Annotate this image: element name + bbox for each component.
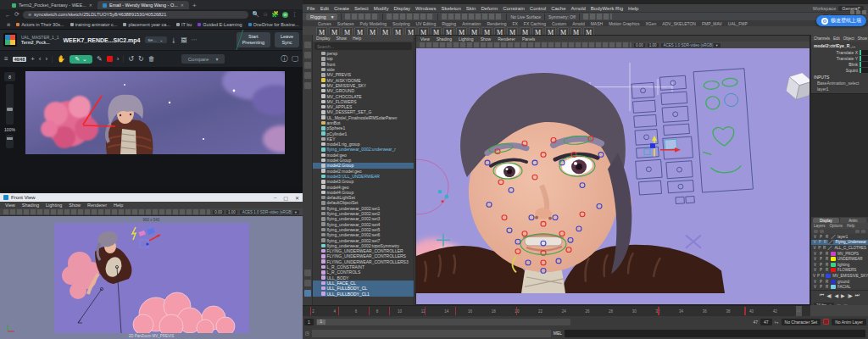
shelf-tab[interactable]: Sculpting <box>392 21 410 26</box>
playback-toggle[interactable]: P <box>819 280 823 284</box>
layer-color-chip[interactable] <box>826 274 831 278</box>
input-node[interactable]: layer1 <box>811 86 868 92</box>
shelf-tab[interactable]: MASH <box>591 21 603 26</box>
toolbar-icons[interactable] <box>3 209 210 214</box>
menu-item[interactable]: Show <box>858 36 867 41</box>
minimize-icon[interactable]: – <box>274 195 276 201</box>
bookmark-item[interactable]: training animator c... <box>70 22 118 27</box>
outliner-item[interactable]: FLYING_UNDERWEAR_CONTROLLERS3 <box>313 259 414 264</box>
bookmark-item[interactable]: placement year ca... <box>123 22 170 27</box>
selected-object-name[interactable]: model2:ctrlEye_R_... <box>811 42 868 49</box>
mel-toggle[interactable]: MEL <box>554 331 562 336</box>
perspective-viewport[interactable]: ViewShadingLightingShowRendererPanels 0.… <box>415 35 810 305</box>
colorspace-dropdown[interactable]: ACES 1.0 SDR-video (sRGB)▾ <box>661 43 721 47</box>
shelf-tab[interactable]: Animation <box>462 21 481 26</box>
reference-toggle[interactable]: R <box>825 268 829 272</box>
layer-color-chip[interactable] <box>831 252 836 256</box>
exposure-value[interactable]: 0.00 <box>634 43 645 47</box>
menu-item[interactable]: Deform <box>481 6 498 11</box>
layer-color-chip[interactable] <box>831 235 836 239</box>
bookmark-item[interactable]: IT bu <box>176 22 192 27</box>
channel-attribute-row[interactable]: Squint <box>811 67 868 73</box>
shelf-tab[interactable]: Rigging <box>442 21 456 26</box>
time-slider[interactable]: 2468101214161820222426283032343638404244 <box>303 305 810 316</box>
shelf-tab[interactable]: Rendering <box>487 21 506 26</box>
leave-sync-button[interactable]: Leave Sync <box>275 32 299 47</box>
file-buttons[interactable] <box>345 14 379 19</box>
range-handle[interactable]: 1 <box>317 320 326 325</box>
next-frame-icon[interactable]: › <box>46 55 48 63</box>
layer-row[interactable]: V P R FACIAL <box>811 284 868 290</box>
script-editor-icon[interactable]: ◳ <box>305 331 309 336</box>
menu-item[interactable]: Renderer <box>87 203 107 208</box>
tool-settings-icon[interactable] <box>856 10 860 14</box>
review-canvas[interactable]: 8 100% <box>0 67 303 192</box>
color-swatch-red[interactable] <box>107 56 113 62</box>
playback-toggle[interactable]: P <box>819 235 823 239</box>
play-icon[interactable]: ▶ <box>841 292 845 298</box>
layer-row[interactable]: V P R MV_EMISSIVE_SKY <box>811 273 868 279</box>
colorspace-dropdown[interactable]: ACES 1.0 SDR-video (sRGB)▾ <box>240 210 299 214</box>
layer-row[interactable]: V P R FLOWERS <box>811 268 868 274</box>
viewport-icons[interactable] <box>420 42 632 47</box>
menu-item[interactable]: Create <box>334 6 349 11</box>
menu-item[interactable]: Show <box>481 36 492 42</box>
bookmark-item[interactable]: OneDrive for Busine... <box>248 22 299 27</box>
channel-box-icon[interactable] <box>862 10 866 14</box>
channel-attribute-row[interactable]: Translate Y <box>811 55 868 61</box>
tab-close-icon[interactable]: ✕ <box>89 3 92 8</box>
attribute-editor-icon[interactable] <box>850 10 854 14</box>
brush-size-value[interactable]: 8 <box>4 72 15 81</box>
layer-color-chip[interactable] <box>827 246 832 250</box>
version-dropdown[interactable]: se...⌄ <box>145 36 167 43</box>
input-node[interactable]: BaseAnimation_select <box>811 80 868 86</box>
pan-hand-icon[interactable]: ✋ <box>57 55 65 63</box>
pencil-icon[interactable]: ✎ <box>97 55 103 63</box>
menu-item[interactable]: File <box>307 6 315 11</box>
new-layer-icon[interactable] <box>814 230 818 233</box>
shelf-tab[interactable]: Motion Graphics <box>609 21 639 26</box>
menu-item[interactable]: Windows <box>415 6 436 11</box>
layer-color-chip[interactable] <box>831 263 836 267</box>
menu-item[interactable]: Edit <box>320 6 329 11</box>
profile-avatar[interactable]: W <box>282 12 288 18</box>
rotate-tool-icon[interactable] <box>304 72 311 79</box>
menu-item[interactable]: View <box>420 36 430 42</box>
download-icon[interactable]: ⭳ <box>171 37 177 43</box>
layer-row[interactable]: V P R Flying_Underwear <box>811 240 868 246</box>
menu-set-dropdown[interactable]: Rigging▾ <box>306 14 337 20</box>
front-view-titlebar[interactable]: Front View – ▢ ✕ <box>0 193 303 202</box>
visibility-toggle[interactable]: V <box>813 268 817 272</box>
menu-item[interactable]: Help <box>847 224 854 228</box>
menu-item[interactable]: Skeleton <box>441 6 460 11</box>
range-start-field[interactable]: 1 <box>304 319 314 325</box>
layer-color-chip[interactable] <box>828 240 833 244</box>
step-back-key-icon[interactable]: ◀| <box>826 292 832 298</box>
reference-toggle[interactable]: R <box>825 263 829 267</box>
menu-item[interactable]: Channels <box>814 36 830 41</box>
menu-item[interactable]: Shading <box>22 203 39 208</box>
reference-toggle[interactable]: R <box>825 257 829 261</box>
visibility-toggle[interactable]: V <box>813 274 815 278</box>
symmetry-label[interactable]: Symmetry: Off <box>548 14 576 19</box>
menu-item[interactable]: Lighting <box>46 203 62 208</box>
playback-toggle[interactable]: P <box>819 252 823 256</box>
shelf-tab[interactable]: UAL_FMP <box>728 21 748 26</box>
compare-dropdown[interactable]: Compare▾ <box>181 54 225 64</box>
layer-color-chip[interactable] <box>831 268 836 272</box>
step-back-icon[interactable]: ◀ <box>834 292 838 298</box>
channel-value-field[interactable] <box>860 62 868 67</box>
shelf-tab[interactable]: FMP_MAV <box>702 21 722 26</box>
layer-tab[interactable]: Anim <box>840 218 866 223</box>
menu-item[interactable]: Display <box>393 6 410 11</box>
layer-row[interactable]: V P R lighting <box>811 262 868 268</box>
menu-item[interactable]: Layers <box>814 224 826 228</box>
shelf-tab[interactable]: Custom <box>552 21 566 26</box>
menu-item[interactable]: Lighting <box>459 36 474 42</box>
front-view-viewport[interactable]: 960 x 540 <box>0 216 303 339</box>
set-key-icon[interactable]: 🗝 <box>775 320 779 325</box>
shelf-tab[interactable]: Surfaces <box>337 21 354 26</box>
layer-row[interactable]: V P R ground <box>811 279 868 285</box>
current-frame-field[interactable]: 47 <box>760 319 772 325</box>
info-icon[interactable]: ⓘ <box>281 54 287 64</box>
